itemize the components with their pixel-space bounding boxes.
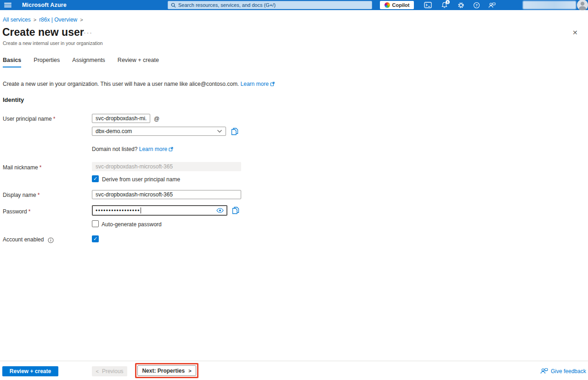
text-cursor [141,207,141,213]
copy-password-button[interactable] [232,207,239,216]
close-icon[interactable]: ✕ [572,29,578,36]
domain-help-text: Domain not listed? Learn more [92,146,173,153]
page-title: Create new user [2,26,84,39]
identity-section-heading: Identity [3,96,24,103]
mail-nickname-label: Mail nickname* [3,164,41,171]
cloud-shell-button[interactable] [421,0,435,10]
intro-text: Create a new user in your organization. … [3,81,275,88]
mail-nickname-input [92,162,241,171]
give-feedback-link[interactable]: Give feedback [540,368,586,374]
chevron-right-icon: > [188,368,191,374]
previous-button[interactable]: < Previous [92,366,127,376]
hamburger-menu-icon[interactable] [4,2,11,8]
password-label: Password* [3,208,30,215]
intro-learn-more-link[interactable]: Learn more [241,81,269,87]
display-name-label: Display name* [3,192,40,198]
review-create-button[interactable]: Review + create [2,366,58,376]
svg-text:?: ? [475,3,478,7]
search-icon [171,3,176,8]
tab-assignments[interactable]: Assignments [72,57,105,67]
notifications-button[interactable]: 1 [437,0,451,10]
check-icon: ✓ [93,236,97,242]
domain-select[interactable]: dbx-demo.com [92,127,226,136]
help-icon: ? [473,2,480,9]
display-name-input[interactable] [92,190,241,199]
chevron-left-icon: < [96,369,98,374]
breadcrumb-all-services[interactable]: All services [3,17,31,23]
annotation-highlight-box: Next: Properties > [135,363,198,378]
person-icon [577,0,588,11]
notification-badge: 1 [446,0,450,4]
gear-icon [458,2,464,9]
wizard-tabs: Basics Properties Assignments Review + c… [3,57,171,67]
tab-review-create[interactable]: Review + create [118,57,159,67]
chevron-down-icon [217,129,222,133]
more-options-icon[interactable]: ··· [84,29,93,36]
auto-generate-password-label[interactable]: Auto-generate password [102,221,162,228]
required-asterisk: * [38,192,40,198]
feedback-person-icon [488,2,496,9]
domain-learn-more-link[interactable]: Learn more [139,146,167,152]
required-asterisk: * [28,208,31,215]
terminal-icon [424,2,432,8]
top-nav-bar: Microsoft Azure Copilot 1 [0,0,588,10]
feedback-button[interactable] [485,0,499,10]
show-password-button[interactable] [216,208,224,213]
breadcrumb: All services>r86x | Overview> [3,17,86,23]
breadcrumb-parent[interactable]: r86x | Overview [39,17,77,23]
upn-input[interactable] [92,114,150,123]
breadcrumb-separator: > [34,17,36,22]
copy-icon [231,128,238,135]
copy-icon [232,207,239,214]
breadcrumb-separator: > [80,17,83,22]
derive-from-upn-label[interactable]: Derive from user principal name [102,176,180,183]
auto-generate-password-checkbox[interactable] [92,220,99,227]
tab-basics[interactable]: Basics [3,57,21,67]
global-search[interactable] [168,1,372,9]
external-link-icon [270,82,275,86]
next-properties-button[interactable]: Next: Properties > [137,365,196,376]
copilot-icon [384,2,390,8]
derive-from-upn-checkbox[interactable]: ✓ [92,175,99,182]
account-enabled-label: Account enabled [3,236,44,243]
eye-icon [216,208,224,213]
account-name-redacted [523,1,576,9]
footer-divider [0,361,588,361]
at-sign: @ [154,116,159,122]
avatar[interactable] [577,0,588,11]
copilot-button[interactable]: Copilot [380,1,414,9]
azure-brand-title[interactable]: Microsoft Azure [22,2,67,8]
external-link-icon [169,147,173,151]
upn-label: User principal name* [3,116,55,122]
check-icon: ✓ [93,176,97,182]
copy-upn-button[interactable] [231,128,238,137]
settings-button[interactable] [454,0,468,10]
tab-properties[interactable]: Properties [34,57,60,67]
required-asterisk: * [53,116,56,122]
account-enabled-checkbox[interactable]: ✓ [92,235,99,242]
page-subtitle: Create a new internal user in your organ… [3,40,103,46]
search-input[interactable] [178,2,369,8]
help-button[interactable]: ? [469,0,483,10]
required-asterisk: * [40,164,42,171]
feedback-person-icon [540,368,548,374]
password-masked-value: ••••••••••••••••• [96,207,140,214]
info-icon[interactable] [48,237,54,245]
password-input[interactable]: ••••••••••••••••• [92,205,227,216]
